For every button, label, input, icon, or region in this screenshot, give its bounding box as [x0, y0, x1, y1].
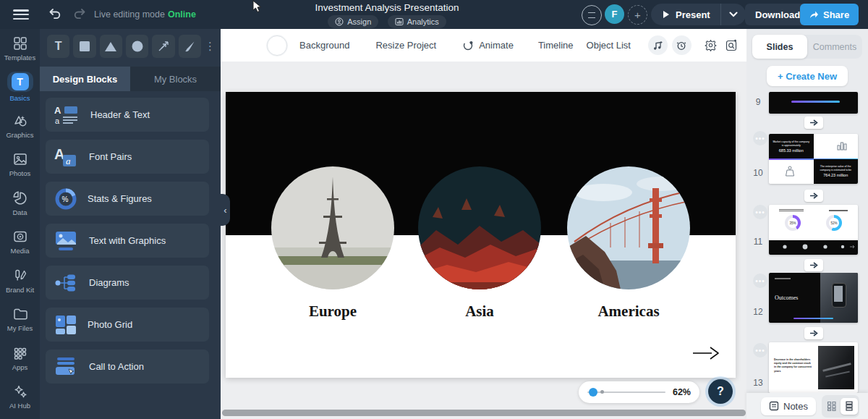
eiffel-tower-image: [271, 166, 394, 289]
triangle-shape-button[interactable]: [100, 35, 122, 58]
europe-label[interactable]: Europe: [271, 302, 394, 321]
nav-item-data[interactable]: Data: [0, 184, 40, 223]
block-stats-figures[interactable]: % Stats & Figures: [46, 182, 209, 216]
audio-button[interactable]: [648, 35, 668, 55]
slide-11-thumbnail[interactable]: 35% 52%: [769, 205, 858, 255]
block-diagrams[interactable]: Diagrams: [46, 266, 209, 300]
block-call-to-action[interactable]: Call to Action: [46, 350, 209, 384]
object-list-label[interactable]: Object List: [587, 40, 631, 51]
advance-arrow-icon: [809, 330, 818, 337]
sidebar-tabs: Slides Comments: [752, 35, 862, 59]
top-bar: Live editing modeOnline Investment Analy…: [0, 0, 868, 29]
slide-canvas[interactable]: Europe Asia Americas: [226, 92, 736, 378]
tab-my-blocks[interactable]: My Blocks: [130, 67, 221, 91]
bar-chart-icon: [836, 140, 848, 151]
share-arrow-icon: [809, 10, 819, 19]
slide-10-advance-button[interactable]: [804, 190, 823, 202]
slide-10-options-button[interactable]: •••: [753, 131, 767, 145]
background-color-swatch[interactable]: [267, 35, 287, 56]
nav-item-graphics[interactable]: Graphics: [0, 106, 40, 145]
hamburger-menu-icon[interactable]: [13, 9, 29, 20]
folder-icon: [12, 306, 28, 322]
resize-project-label[interactable]: Resize Project: [375, 40, 436, 51]
list-view-button[interactable]: [841, 398, 858, 415]
slide-10-number: 10: [751, 168, 765, 178]
redo-button[interactable]: [72, 7, 87, 21]
add-collaborator-button[interactable]: +: [628, 5, 647, 25]
line-arrow-tool-button[interactable]: [152, 35, 174, 58]
slide-11-timeline-strip: [769, 240, 858, 255]
block-photo-grid[interactable]: Photo Grid: [46, 308, 209, 342]
assign-button[interactable]: Assign: [328, 15, 378, 28]
slide-11-options-button[interactable]: •••: [753, 205, 767, 219]
block-text-with-graphics[interactable]: Text with Graphics: [46, 224, 209, 258]
block-font-pairs[interactable]: Aa Font Pairs: [46, 140, 209, 174]
panel-tabs: Design Blocks My Blocks: [40, 67, 221, 91]
tab-design-blocks[interactable]: Design Blocks: [40, 67, 130, 91]
tab-comments[interactable]: Comments: [807, 35, 862, 59]
nav-item-templates[interactable]: Templates: [0, 29, 40, 68]
americas-photo[interactable]: [567, 166, 690, 289]
nav-item-my-files[interactable]: My Files: [0, 300, 40, 339]
advance-arrow-icon: [809, 192, 818, 199]
slide-13-text: Decrease in the shareholders equity and …: [774, 358, 812, 373]
square-shape-button[interactable]: [73, 35, 95, 58]
nav-item-basics[interactable]: T Basics: [0, 68, 40, 107]
background-label[interactable]: Background: [299, 40, 349, 51]
preview-search-icon[interactable]: [726, 39, 738, 51]
notes-button[interactable]: Notes: [761, 397, 816, 415]
slide-9-thumbnail[interactable]: [769, 92, 858, 114]
slide-12-options-button[interactable]: •••: [753, 274, 767, 288]
font-pairs-icon: Aa: [54, 146, 79, 168]
comments-button[interactable]: [582, 5, 602, 25]
left-navigation: Templates T Basics Graphics Photos Data …: [0, 29, 40, 419]
block-header-text[interactable]: Aa Header & Text: [46, 98, 209, 132]
title-area: Investment Analysis Presentation Assign …: [275, 2, 499, 29]
settings-gear-icon[interactable]: [705, 39, 717, 51]
zoom-slider[interactable]: [587, 392, 665, 393]
app-window: Live editing modeOnline Investment Analy…: [0, 0, 868, 419]
present-options-button[interactable]: [720, 4, 746, 25]
help-button[interactable]: ?: [708, 379, 733, 404]
nav-item-apps[interactable]: Apps: [0, 339, 40, 378]
asia-label[interactable]: Asia: [418, 302, 541, 321]
circle-shape-button[interactable]: [126, 35, 148, 58]
tab-slides[interactable]: Slides: [752, 35, 807, 59]
undo-button[interactable]: [48, 7, 62, 21]
grid-view-button[interactable]: [823, 398, 841, 415]
live-editing-status: Live editing modeOnline: [94, 9, 196, 20]
asia-photo[interactable]: [418, 166, 541, 289]
slide-13-thumbnail[interactable]: Decrease in the shareholders equity and …: [769, 342, 858, 393]
europe-photo[interactable]: [271, 166, 394, 289]
slide-9-advance-button[interactable]: [804, 117, 823, 129]
collapse-panel-button[interactable]: ‹: [221, 194, 230, 226]
nav-item-ai-hub[interactable]: AI Hub: [0, 378, 40, 417]
text-tool-button[interactable]: T: [47, 35, 69, 58]
create-new-slide-button[interactable]: + Create New: [767, 66, 848, 86]
user-avatar[interactable]: F: [605, 4, 624, 24]
nav-item-brand-kit[interactable]: Brand Kit: [0, 261, 40, 300]
share-button[interactable]: Share: [800, 4, 859, 25]
timer-button[interactable]: [672, 35, 692, 55]
slide-12-advance-button[interactable]: [804, 327, 823, 339]
slide-11-advance-button[interactable]: [804, 259, 823, 271]
horizontal-scrollbar[interactable]: [222, 410, 746, 416]
analytics-button[interactable]: Analytics: [388, 15, 446, 28]
nav-item-photos[interactable]: Photos: [0, 145, 40, 185]
arrow-right-icon: [692, 345, 720, 361]
document-title[interactable]: Investment Analysis Presentation: [275, 2, 499, 13]
zoom-slider-knob[interactable]: [589, 388, 597, 397]
more-tools-button[interactable]: ⋮: [205, 40, 215, 53]
slide-13-options-button[interactable]: •••: [753, 343, 767, 357]
americas-label[interactable]: Americas: [567, 302, 690, 321]
nav-item-media[interactable]: Media: [0, 223, 40, 262]
draw-brush-button[interactable]: [179, 35, 201, 58]
timeline-label[interactable]: Timeline: [538, 40, 574, 51]
animate-label[interactable]: Animate: [479, 40, 514, 51]
comment-icon: [588, 12, 595, 18]
present-button[interactable]: Present: [651, 4, 720, 25]
analytics-chart-icon: [395, 17, 404, 26]
slide-10-thumbnail[interactable]: Market capacity of the company is approx…: [769, 134, 858, 184]
slide-next-arrow[interactable]: [692, 345, 720, 361]
slide-12-thumbnail[interactable]: Outcomes: [769, 273, 858, 323]
